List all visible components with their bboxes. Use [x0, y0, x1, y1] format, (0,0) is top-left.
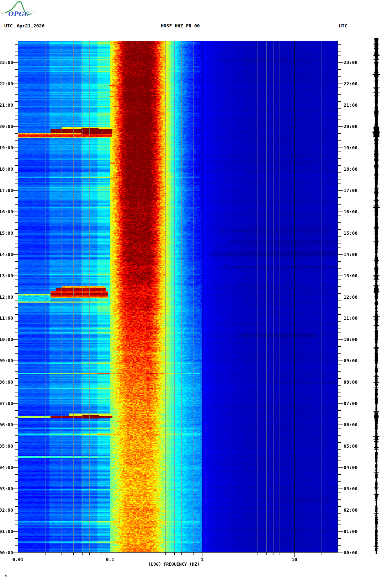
- hour-label-right: 19:00: [344, 145, 357, 150]
- hour-label-left: 11:00: [0, 315, 13, 321]
- x-axis-label: (LOG) FREQUENCY (HZ): [148, 562, 200, 567]
- page: OPGC UTC Apr21,2026 HRSF HHZ FR 00 UTC 0…: [0, 0, 392, 581]
- hour-label-right: 21:00: [344, 102, 357, 108]
- hour-label-left: 06:00: [0, 422, 13, 427]
- hour-label-left: 18:00: [0, 166, 13, 172]
- hour-label-left: 19:00: [0, 145, 13, 150]
- hour-label-right: 05:00: [344, 443, 357, 449]
- hour-label-right: 10:00: [344, 337, 357, 342]
- hour-label-right: 03:00: [344, 486, 357, 491]
- hour-label-left: 13:00: [0, 273, 13, 278]
- opgc-logo: OPGC: [1, 1, 40, 19]
- hour-label-right: 23:00: [344, 60, 357, 65]
- hour-label-left: 02:00: [0, 507, 13, 513]
- hour-label-left: 09:00: [0, 358, 13, 363]
- x-tick-label: 1: [201, 557, 204, 562]
- hour-label-right: 08:00: [344, 379, 357, 385]
- hour-label-right: 17:00: [344, 188, 357, 193]
- hour-label-left: 10:00: [0, 337, 13, 342]
- hour-label-left: 22:00: [0, 81, 13, 86]
- spectrogram-heatmap: [18, 41, 338, 553]
- hour-label-right: 16:00: [344, 209, 357, 214]
- hour-label-right: 22:00: [344, 81, 357, 86]
- hour-label-right: 02:00: [344, 507, 357, 513]
- hour-label-right: 14:00: [344, 252, 357, 257]
- hour-label-right: 09:00: [344, 358, 357, 363]
- seismogram-trace: [370, 38, 383, 554]
- hour-label-right: 07:00: [344, 401, 357, 406]
- hour-label-left: 20:00: [0, 124, 13, 129]
- hour-label-left: 14:00: [0, 252, 13, 257]
- station-title: HRSF HHZ FR 00: [161, 23, 200, 28]
- hour-label-right: 13:00: [344, 273, 357, 278]
- logo-dash-right: [31, 12, 35, 14]
- hour-label-left: 07:00: [0, 401, 13, 406]
- hour-label-left: 04:00: [0, 465, 13, 470]
- utc-label-left: UTC: [4, 23, 12, 28]
- hour-label-right: 12:00: [344, 294, 357, 300]
- utc-label-right: UTC: [339, 23, 347, 28]
- x-tick-label: 10: [292, 557, 297, 562]
- hour-label-right: 00:00: [344, 550, 357, 555]
- hour-label-left: 15:00: [0, 230, 13, 236]
- x-tick-label: 0.01: [12, 557, 23, 562]
- hour-label-left: 23:00: [0, 60, 13, 65]
- hour-label-left: 17:00: [0, 188, 13, 193]
- logo-dash-left: [1, 13, 6, 14]
- x-tick-label: 0.1: [106, 557, 115, 562]
- hour-label-right: 01:00: [344, 529, 357, 534]
- date-label: Apr21,2026: [17, 23, 44, 28]
- hour-label-right: 20:00: [344, 124, 357, 129]
- hour-label-right: 04:00: [344, 465, 357, 470]
- hour-label-left: 12:00: [0, 294, 13, 300]
- hour-label-right: 15:00: [344, 230, 357, 236]
- hour-label-right: 06:00: [344, 422, 357, 427]
- hour-label-right: 18:00: [344, 166, 357, 172]
- hour-label-left: 05:00: [0, 443, 13, 449]
- hour-label-left: 21:00: [0, 102, 13, 108]
- hour-label-left: 01:00: [0, 529, 13, 534]
- corner-mark: .M: [3, 575, 7, 578]
- opgc-logo-text: OPGC: [8, 10, 30, 17]
- hour-label-left: 08:00: [0, 379, 13, 385]
- hour-label-left: 16:00: [0, 209, 13, 214]
- hour-label-left: 00:00: [0, 550, 13, 555]
- hour-label-right: 11:00: [344, 315, 357, 321]
- hour-label-left: 03:00: [0, 486, 13, 491]
